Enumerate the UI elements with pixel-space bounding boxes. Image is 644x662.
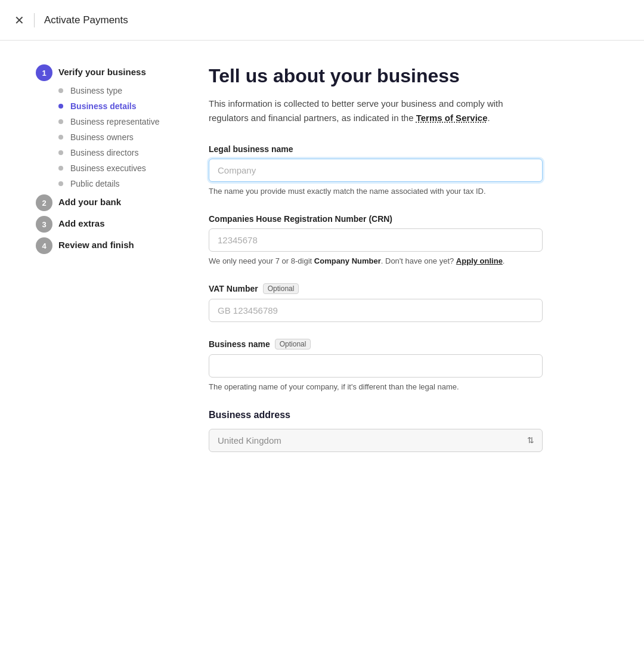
sub-dot-business-type [58, 88, 63, 93]
sidebar-step-review[interactable]: 4 Review and finish [36, 237, 171, 254]
sub-label-business-details: Business details [70, 101, 137, 111]
sidebar-step-extras[interactable]: 3 Add extras [36, 216, 171, 233]
step-4-label: Review and finish [58, 237, 134, 250]
sub-steps-verify: Business type Business details Business … [58, 86, 171, 188]
header: ✕ Activate Payments [0, 0, 644, 41]
step-2-label: Add your bank [58, 194, 121, 207]
sidebar-item-public-details[interactable]: Public details [58, 179, 171, 188]
vat-optional-badge: Optional [263, 283, 299, 294]
country-select-wrapper: United Kingdom United States France Germ… [209, 429, 543, 452]
sidebar-item-business-executives[interactable]: Business executives [58, 163, 171, 173]
sub-label-business-owners: Business owners [70, 132, 134, 142]
sidebar-item-business-directors[interactable]: Business directors [58, 148, 171, 157]
step-1-label: Verify your business [58, 64, 146, 77]
sidebar-item-business-owners[interactable]: Business owners [58, 132, 171, 142]
sub-dot-business-directors [58, 150, 63, 155]
sub-dot-business-owners [58, 135, 63, 140]
sidebar-item-business-type[interactable]: Business type [58, 86, 171, 95]
sub-dot-public-details [58, 181, 63, 186]
sidebar-item-business-representative[interactable]: Business representative [58, 117, 171, 126]
country-select[interactable]: United Kingdom United States France Germ… [209, 429, 543, 452]
sidebar: 1 Verify your business Business type Bus… [0, 64, 185, 493]
crn-hint-link1: Company Number [314, 256, 381, 265]
sub-dot-business-representative [58, 119, 63, 124]
page-title: Tell us about your business [209, 64, 543, 87]
sub-dot-business-details [58, 104, 63, 109]
sub-label-public-details: Public details [70, 179, 120, 188]
business-name-label: Business name Optional [209, 339, 543, 349]
crn-hint-text-2: . Don't have one yet? [381, 256, 456, 265]
vat-number-label: VAT Number Optional [209, 283, 543, 294]
sidebar-step-verify[interactable]: 1 Verify your business [36, 64, 171, 81]
crn-input[interactable] [209, 228, 543, 252]
field-business-address: Business address United Kingdom United S… [209, 410, 543, 452]
business-name-hint: The operating name of your company, if i… [209, 381, 543, 393]
sub-label-business-executives: Business executives [70, 163, 146, 173]
step-4-number: 4 [36, 237, 52, 254]
sub-label-business-directors: Business directors [70, 148, 138, 157]
sub-label-business-type: Business type [70, 86, 122, 95]
page-description: This information is collected to better … [209, 97, 543, 125]
field-legal-business-name: Legal business name The name you provide… [209, 144, 543, 197]
step-2-number: 2 [36, 194, 52, 211]
legal-business-name-hint: The name you provide must exactly match … [209, 185, 543, 197]
field-crn: Companies House Registration Number (CRN… [209, 214, 543, 267]
page-description-text-2: . [488, 113, 490, 123]
legal-business-name-input[interactable] [209, 159, 543, 182]
crn-hint-text-1: We only need your 7 or 8-digit [209, 256, 314, 265]
crn-label: Companies House Registration Number (CRN… [209, 214, 543, 224]
step-1-number: 1 [36, 64, 52, 81]
step-3-number: 3 [36, 216, 52, 233]
terms-of-service-link[interactable]: Terms of Service [416, 113, 488, 123]
sub-label-business-representative: Business representative [70, 117, 159, 126]
apply-online-link[interactable]: Apply online [456, 256, 503, 265]
sidebar-step-bank[interactable]: 2 Add your bank [36, 194, 171, 211]
sub-dot-business-executives [58, 166, 63, 171]
header-divider [34, 13, 35, 27]
step-3-label: Add extras [58, 216, 105, 228]
crn-hint: We only need your 7 or 8-digit Company N… [209, 255, 543, 267]
sidebar-item-business-details[interactable]: Business details [58, 101, 171, 111]
main-layout: 1 Verify your business Business type Bus… [0, 41, 644, 493]
field-vat-number: VAT Number Optional [209, 283, 543, 322]
vat-number-input[interactable] [209, 299, 543, 322]
field-business-name: Business name Optional The operating nam… [209, 339, 543, 393]
business-address-title: Business address [209, 410, 543, 420]
content-area: Tell us about your business This informa… [185, 64, 590, 493]
crn-hint-text-3: . [503, 256, 505, 265]
business-name-optional-badge: Optional [275, 339, 311, 349]
close-button[interactable]: ✕ [14, 14, 24, 26]
business-name-input[interactable] [209, 354, 543, 378]
header-title: Activate Payments [44, 14, 128, 26]
legal-business-name-label: Legal business name [209, 144, 543, 154]
